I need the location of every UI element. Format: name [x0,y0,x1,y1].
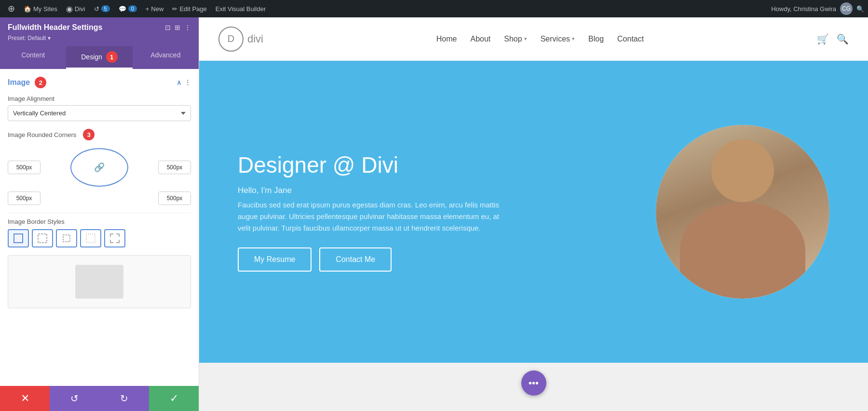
tab-design[interactable]: Design 1 [66,46,132,69]
preset-label[interactable]: Preset: Default [8,35,191,41]
user-avatar[interactable]: CG [840,2,853,15]
corner-visual: 🔗 [44,148,154,187]
more-icon[interactable]: ⋮ [184,24,191,31]
hero-avatar [656,125,829,299]
nav-blog-label: Blog [588,35,604,43]
site-nav: D divi Home About Shop ▾ Services ▾ [199,17,868,61]
floating-action-button[interactable]: ••• [521,370,546,396]
image-alignment-select[interactable]: Vertically Centered Top Bottom [8,105,191,121]
save-button[interactable]: ✓ [149,386,199,411]
border-style-corner-btn[interactable] [104,229,125,247]
nav-shop-label: Shop [504,35,522,43]
nav-blog[interactable]: Blog [588,35,604,43]
border-preview-box [8,255,191,308]
wp-admin-bar: ⊕ 🏠 My Sites ◉ Divi ↺ 5 💬 0 + New ✏ Edit… [0,0,868,17]
nav-icons: 🛒 🔍 [817,33,849,45]
wp-icon: ⊕ [8,3,15,14]
home-icon: 🏠 [24,5,31,13]
svg-rect-2 [63,235,70,242]
nav-services[interactable]: Services ▾ [541,35,575,43]
resize-icon[interactable]: ⊡ [165,24,171,31]
corner-top-right-input[interactable] [158,161,191,174]
image-alignment-field: Image Alignment Vertically Centered Top … [8,95,191,121]
admin-bar-left: ⊕ 🏠 My Sites ◉ Divi ↺ 5 💬 0 + New ✏ Edit… [4,0,769,17]
logo-circle: D [218,27,244,52]
corner-ellipse: 🔗 [70,148,128,187]
undo-button[interactable]: ↺ [50,386,99,411]
border-style-dashed-outer-btn[interactable] [32,229,53,247]
sidebar-header: Fullwidth Header Settings ⊡ ⊞ ⋮ Preset: … [0,17,199,46]
border-styles-label: Image Border Styles [8,218,191,225]
hero-title: Designer @ Divi [238,152,503,178]
hero-body: Faucibus sed sed erat ipsum purus egesta… [238,199,503,234]
nav-about[interactable]: About [470,35,490,43]
border-style-dashed-inner-btn[interactable] [56,229,77,247]
cancel-button[interactable]: ✕ [0,386,50,411]
comments-item[interactable]: ↺ 5 [90,0,114,17]
corner-bottom-right-input[interactable] [158,192,191,205]
border-style-dotted-btn[interactable] [80,229,101,247]
content-area: D divi Home About Shop ▾ Services ▾ [199,17,868,411]
admin-search-icon[interactable]: 🔍 [856,5,864,13]
image-section-label: Image [8,78,30,87]
image-section-collapse: ∧ ⋮ [176,79,191,86]
corners-bottom-row [8,192,191,205]
nav-search-icon[interactable]: 🔍 [837,33,849,45]
main-layout: Fullwidth Header Settings ⊡ ⊞ ⋮ Preset: … [0,17,868,411]
rounded-corners-label: Image Rounded Corners [8,131,76,138]
new-label: New [151,5,163,13]
wp-logo-item[interactable]: ⊕ [4,0,19,17]
image-alignment-label: Image Alignment [8,95,191,102]
my-sites-item[interactable]: 🏠 My Sites [20,0,61,17]
new-item[interactable]: + New [142,0,168,17]
redo-button[interactable]: ↻ [99,386,149,411]
divi-item[interactable]: ◉ Divi [62,0,89,17]
nav-links: Home About Shop ▾ Services ▾ Blog Contac [436,35,644,43]
nav-shop[interactable]: Shop ▾ [504,35,527,43]
tab-advanced[interactable]: Advanced [133,46,199,69]
section-dots-icon[interactable]: ⋮ [184,79,191,86]
edit-page-label: Edit Page [179,5,206,13]
border-style-solid-btn[interactable] [8,229,29,247]
corner-bottom-left-input[interactable] [8,192,41,205]
exit-builder-label: Exit Visual Builder [216,5,266,13]
tab-design-badge: 1 [106,51,118,63]
cart-icon[interactable]: 🛒 [817,33,829,45]
contact-me-button[interactable]: Contact Me [319,247,392,272]
image-border-styles-section: Image Border Styles [8,218,191,247]
hero-text: Designer @ Divi Hello, I'm Jane Faucibus… [238,152,503,272]
section-divider [8,213,191,213]
hero-image-wrap [656,125,829,299]
tab-content[interactable]: Content [0,46,66,69]
sync-icon: ↺ [94,5,99,13]
corners-widget: 🔗 [8,145,191,205]
logo-text: divi [247,33,263,45]
nav-contact-label: Contact [617,35,644,43]
comments-bubble-item[interactable]: 💬 0 [115,0,141,17]
site-logo[interactable]: D divi [218,27,263,52]
svg-rect-0 [14,234,23,243]
sidebar-title-row: Fullwidth Header Settings ⊡ ⊞ ⋮ [8,23,191,32]
my-resume-button[interactable]: My Resume [238,247,312,272]
nav-home-label: Home [436,35,457,43]
nav-services-label: Services [541,35,570,43]
nav-home[interactable]: Home [436,35,457,43]
image-section-title-left: Image 2 [8,77,46,88]
corner-top-left-input[interactable] [8,161,41,174]
comment-icon: 💬 [119,5,126,13]
exit-builder-item[interactable]: Exit Visual Builder [212,0,270,17]
sidebar-panel: Fullwidth Header Settings ⊡ ⊞ ⋮ Preset: … [0,17,199,411]
nav-contact[interactable]: Contact [617,35,644,43]
svg-rect-3 [86,234,95,243]
columns-icon[interactable]: ⊞ [175,24,180,31]
admin-bar-right: Howdy, Christina Gwira CG 🔍 [771,2,864,15]
sidebar-title: Fullwidth Header Settings [8,23,102,32]
pencil-icon: ✏ [172,5,177,13]
chevron-up-icon[interactable]: ∧ [176,79,181,86]
comments-bubble-badge: 0 [128,5,137,12]
image-rounded-corners-section: Image Rounded Corners 3 🔗 [8,129,191,205]
edit-page-item[interactable]: ✏ Edit Page [168,0,210,17]
comments-badge: 5 [101,5,110,12]
rounded-label-row: Image Rounded Corners 3 [8,129,191,140]
link-icon[interactable]: 🔗 [94,162,105,173]
